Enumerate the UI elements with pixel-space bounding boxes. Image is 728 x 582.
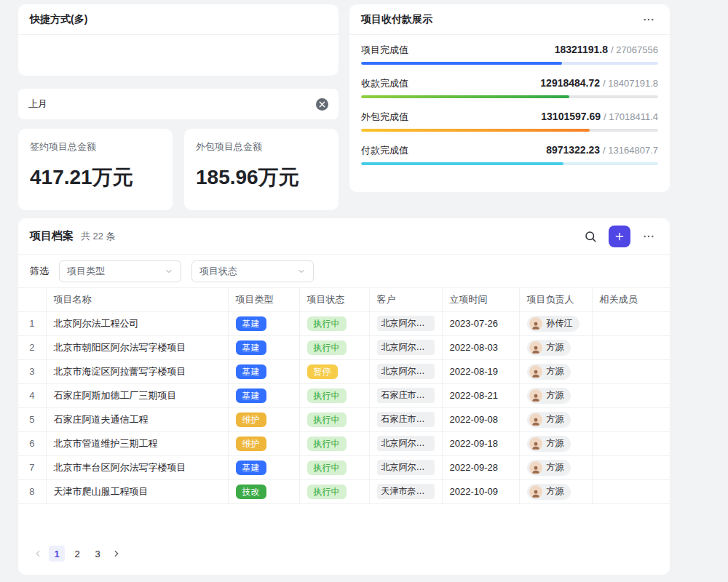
cell-members xyxy=(592,383,670,407)
cell-project-name: 石家庄阿斯加德工厂三期项目 xyxy=(46,383,228,407)
owner-name: 方源 xyxy=(547,437,564,450)
cell-project-type: 基建 xyxy=(228,311,299,335)
row-index: 2 xyxy=(18,335,46,359)
index-column-header xyxy=(18,288,46,311)
stat-value: 185.96万元 xyxy=(196,164,327,191)
project-type-tag: 基建 xyxy=(236,316,266,331)
avatar xyxy=(529,413,542,426)
table-row[interactable]: 7 北京市丰台区阿尔法写字楼项目 基建 执行中 北京阿尔法… 2022-09-2… xyxy=(18,455,670,479)
progress-label: 外包完成值 xyxy=(361,111,408,124)
projects-table: 项目名称项目类型项目状态客户立项时间项目负责人相关成员 1 北京阿尔法工程公司 … xyxy=(18,288,670,504)
project-status-tag: 执行中 xyxy=(307,485,347,499)
project-archive-card: 项目档案 共 22 条 筛选 项目类型 项目状态 xyxy=(18,218,670,575)
column-header[interactable]: 立项时间 xyxy=(442,288,519,311)
progress-total: / 18407191.8 xyxy=(603,78,658,89)
cell-project-name: 天津市爬山服工程项目 xyxy=(46,479,228,503)
table-row[interactable]: 1 北京阿尔法工程公司 基建 执行中 北京阿尔法… 2023-07-26 孙传江 xyxy=(18,311,670,335)
row-index: 8 xyxy=(18,479,46,503)
project-type-tag: 基建 xyxy=(236,461,266,475)
row-index: 4 xyxy=(18,383,46,407)
cell-members xyxy=(592,455,670,479)
cell-project-name: 北京阿尔法工程公司 xyxy=(46,311,228,335)
project-type-tag: 基建 xyxy=(236,364,266,379)
progress-value: 12918484.72 xyxy=(540,77,600,89)
column-header[interactable]: 项目状态 xyxy=(299,288,369,311)
progress-value: 8971322.23 xyxy=(546,144,600,156)
cell-start-date: 2022-08-19 xyxy=(442,359,519,383)
page-button-2[interactable]: 2 xyxy=(69,546,85,562)
cell-project-type: 基建 xyxy=(228,335,299,359)
table-row[interactable]: 3 北京市海淀区阿拉蕾写字楼项目 基建 暂停 北京阿尔法… 2022-08-19… xyxy=(18,359,670,383)
project-status-tag: 执行中 xyxy=(307,340,347,355)
owner-chip: 方源 xyxy=(527,364,571,380)
next-page-button[interactable] xyxy=(110,547,123,560)
clear-filter-icon[interactable] xyxy=(316,98,328,111)
project-type-tag: 基建 xyxy=(236,340,266,355)
cell-owner: 孙传江 xyxy=(519,311,592,335)
payments-card: 项目收付款展示 项目完成值 18321191.8/ 27067556 收款完成值… xyxy=(349,4,670,192)
project-status-tag: 执行中 xyxy=(307,316,347,331)
progress-fill xyxy=(361,95,569,98)
table-row[interactable]: 6 北京市管道维护三期工程 维护 执行中 北京阿尔法… 2022-09-18 方… xyxy=(18,431,670,455)
payments-rows: 项目完成值 18321191.8/ 27067556 收款完成值 1291848… xyxy=(349,35,670,165)
progress-label: 付款完成值 xyxy=(361,144,408,157)
row-index: 7 xyxy=(18,455,46,479)
project-status-tag: 执行中 xyxy=(307,461,347,475)
cell-start-date: 2022-09-18 xyxy=(442,431,519,455)
cell-project-status: 执行中 xyxy=(299,407,369,431)
row-index: 1 xyxy=(18,311,46,335)
column-header[interactable]: 客户 xyxy=(369,288,442,311)
ellipsis-icon[interactable] xyxy=(639,227,658,246)
cell-project-status: 执行中 xyxy=(299,335,369,359)
table-row[interactable]: 4 石家庄阿斯加德工厂三期项目 基建 执行中 石家庄市A… 2022-08-21… xyxy=(18,383,670,407)
filter-row: 筛选 项目类型 项目状态 xyxy=(18,255,670,288)
avatar xyxy=(529,341,542,354)
progress-total: / 27067556 xyxy=(611,44,658,55)
table-row[interactable]: 8 天津市爬山服工程项目 技改 执行中 天津市奈文… 2022-10-09 方源 xyxy=(18,479,670,503)
cell-customer: 北京阿尔法… xyxy=(369,311,442,335)
progress-row: 项目完成值 18321191.8/ 27067556 xyxy=(361,44,658,65)
search-icon[interactable] xyxy=(581,227,600,246)
progress-bar xyxy=(361,95,658,98)
page-button-1[interactable]: 1 xyxy=(49,546,65,562)
project-type-select[interactable]: 项目类型 xyxy=(59,260,181,282)
progress-bar xyxy=(361,162,658,165)
progress-value: 13101597.69 xyxy=(541,111,601,122)
cell-start-date: 2023-07-26 xyxy=(442,311,519,335)
cell-start-date: 2022-08-21 xyxy=(442,383,519,407)
stat-value: 417.21万元 xyxy=(30,164,161,191)
owner-chip: 方源 xyxy=(527,340,571,356)
column-header[interactable]: 项目类型 xyxy=(228,288,299,311)
page-button-3[interactable]: 3 xyxy=(90,546,106,562)
column-header[interactable]: 相关成员 xyxy=(592,288,670,311)
stat-label: 签约项目总金额 xyxy=(30,140,161,154)
table-row[interactable]: 5 石家庄阿道夫通信工程 维护 执行中 石家庄市A县 2022-09-08 方源 xyxy=(18,407,670,431)
owner-name: 孙传江 xyxy=(547,317,573,330)
owner-chip: 方源 xyxy=(527,388,571,404)
cell-project-status: 执行中 xyxy=(299,455,369,479)
stat-label: 外包项目总金额 xyxy=(196,140,327,154)
progress-bar xyxy=(361,129,658,132)
avatar xyxy=(529,317,542,330)
row-index: 3 xyxy=(18,359,46,383)
project-status-select[interactable]: 项目状态 xyxy=(191,260,314,282)
column-header[interactable]: 项目名称 xyxy=(46,288,228,311)
stat-card-outsource-total: 外包项目总金额 185.96万元 xyxy=(184,129,339,210)
payments-card-header: 项目收付款展示 xyxy=(349,4,670,35)
avatar xyxy=(529,437,542,450)
chevron-down-icon xyxy=(297,267,306,276)
progress-total: / 17018411.4 xyxy=(604,111,658,122)
column-header[interactable]: 项目负责人 xyxy=(519,288,592,311)
cell-project-name: 北京市丰台区阿尔法写字楼项目 xyxy=(46,455,228,479)
cell-project-status: 执行中 xyxy=(299,431,369,455)
owner-name: 方源 xyxy=(547,485,564,498)
add-record-button[interactable] xyxy=(609,226,630,247)
cell-members xyxy=(592,359,670,383)
table-row[interactable]: 2 北京市朝阳区阿尔法写字楼项目 基建 执行中 北京阿尔法… 2022-08-0… xyxy=(18,335,670,359)
table-card-header: 项目档案 共 22 条 xyxy=(18,218,670,255)
ellipsis-icon[interactable] xyxy=(639,10,658,29)
date-filter-bar[interactable]: 上月 xyxy=(18,89,339,119)
cell-owner: 方源 xyxy=(519,407,592,431)
cell-start-date: 2022-10-09 xyxy=(442,479,519,503)
previous-page-button[interactable] xyxy=(31,547,44,560)
